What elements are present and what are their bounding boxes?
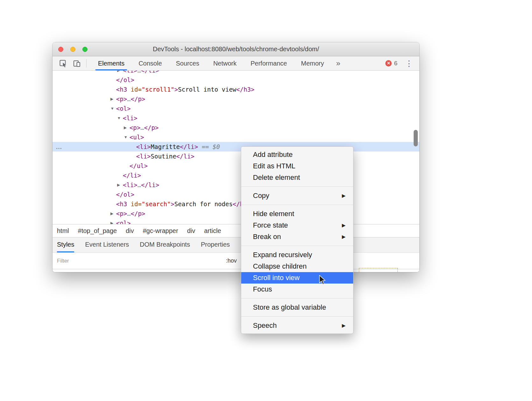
- context-menu: Add attributeEdit as HTMLDelete elementC…: [241, 146, 354, 334]
- expand-arrow-icon[interactable]: ▶: [117, 71, 120, 75]
- token-dm: …: [127, 95, 130, 102]
- tree-node-row[interactable]: </ul>: [52, 161, 419, 171]
- token-tg: <li>: [123, 115, 137, 122]
- breadcrumb: html#top_of_pagediv#gc-wrapperdivarticle: [52, 224, 419, 237]
- expand-arrow-icon[interactable]: ▶: [110, 209, 113, 218]
- menu-item-focus[interactable]: Focus: [241, 284, 353, 295]
- menu-item-label: Edit as HTML: [253, 162, 295, 170]
- sidebar-tab-event-listeners[interactable]: Event Listeners: [85, 237, 129, 252]
- tree-node-row[interactable]: ▶<ol>: [52, 218, 419, 224]
- sidebar-tab-styles[interactable]: Styles: [57, 237, 74, 252]
- node-markup: <p>…</p>: [130, 123, 159, 132]
- tree-node-row[interactable]: ▼<li>: [52, 113, 419, 123]
- expand-arrow-icon[interactable]: ▶: [124, 123, 127, 132]
- breadcrumb-item-article[interactable]: article: [200, 227, 225, 235]
- tree-node-row[interactable]: ▶<p>…</p>: [52, 209, 419, 218]
- tree-node-row[interactable]: ▶<p>…</p>: [52, 94, 419, 104]
- menu-item-delete-element[interactable]: Delete element: [241, 172, 353, 183]
- collapse-arrow-icon[interactable]: ▼: [117, 113, 121, 123]
- menu-item-label: Collapse children: [253, 262, 307, 271]
- device-toolbar-icon[interactable]: [73, 59, 81, 68]
- menu-item-store-as-global-variable[interactable]: Store as global variable: [241, 302, 353, 313]
- menu-separator: [241, 298, 353, 299]
- submenu-arrow-icon: ▶: [342, 193, 346, 199]
- breadcrumb-item-div[interactable]: div: [121, 227, 138, 235]
- tree-node-row[interactable]: <h3 id="scroll1">Scroll into view</h3>: [52, 85, 419, 94]
- menu-item-add-attribute[interactable]: Add attribute: [241, 149, 353, 160]
- menu-item-label: Scroll into view: [253, 274, 300, 282]
- scrollbar-thumb[interactable]: [414, 130, 418, 146]
- tree-node-row[interactable]: <h3 id="search">Search for nodes</h3>: [52, 199, 419, 209]
- title-bar[interactable]: DevTools - localhost:8080/web/tools/chro…: [52, 42, 419, 56]
- sidebar-tab-properties[interactable]: Properties: [201, 237, 230, 252]
- token-dm: …: [137, 181, 141, 188]
- styles-filter-input[interactable]: [52, 258, 226, 264]
- collapse-arrow-icon[interactable]: ▼: [110, 104, 114, 113]
- node-markup: <ol>: [116, 104, 131, 113]
- tab-elements[interactable]: Elements: [91, 56, 131, 70]
- breadcrumb-item-gcwrapper[interactable]: #gc-wrapper: [138, 227, 183, 235]
- menu-item-label: Expand recursively: [253, 251, 312, 259]
- token-tg: </li>: [141, 181, 159, 188]
- node-markup: </ol>: [116, 75, 134, 85]
- menu-item-collapse-children[interactable]: Collapse children: [241, 261, 353, 272]
- tree-node-row[interactable]: ▶<li>…</li>: [52, 71, 419, 75]
- zoom-window-button[interactable]: [82, 47, 88, 52]
- tab-memory[interactable]: Memory: [294, 56, 331, 70]
- inspect-element-icon[interactable]: [59, 59, 67, 68]
- tree-node-row[interactable]: ▶<p>…</p>: [52, 123, 419, 132]
- collapse-arrow-icon[interactable]: ▼: [124, 132, 128, 142]
- expand-arrow-icon[interactable]: ▶: [117, 180, 120, 190]
- token-tx: Soutine: [151, 153, 176, 160]
- kebab-menu-icon[interactable]: ⋮: [404, 59, 414, 68]
- tree-node-row[interactable]: ▼<ul>: [52, 132, 419, 142]
- tree-node-row[interactable]: …<li>Magritte</li> == $0: [52, 142, 419, 151]
- expand-arrow-icon[interactable]: ▶: [110, 94, 113, 104]
- tab-console[interactable]: Console: [131, 56, 169, 70]
- token-tg: </ol>: [116, 76, 134, 83]
- error-badge[interactable]: ✕ 6: [385, 60, 397, 67]
- more-tabs-button[interactable]: »: [331, 59, 345, 68]
- menu-item-edit-as-html[interactable]: Edit as HTML: [241, 160, 353, 172]
- node-markup: <li>…</li>: [123, 180, 159, 190]
- token-at: id=: [131, 86, 142, 93]
- menu-item-expand-recursively[interactable]: Expand recursively: [241, 249, 353, 261]
- close-window-button[interactable]: [58, 47, 63, 52]
- menu-separator: [241, 186, 353, 187]
- token-tg: </h3>: [236, 86, 255, 93]
- tree-node-row[interactable]: ▼<ol>: [52, 104, 419, 113]
- menu-item-label: Hide element: [253, 210, 294, 218]
- node-markup: <h3 id="search">Search for nodes</h3>: [116, 199, 251, 209]
- tab-performance[interactable]: Performance: [244, 56, 294, 70]
- tree-node-row[interactable]: </ol>: [52, 190, 419, 199]
- token-at: id=: [131, 200, 142, 208]
- breadcrumb-item-top_of_page[interactable]: #top_of_page: [74, 227, 121, 235]
- menu-item-scroll-into-view[interactable]: Scroll into view: [241, 272, 353, 284]
- menu-item-copy[interactable]: Copy▶: [241, 190, 353, 201]
- tree-node-row[interactable]: <li>Soutine</li>: [52, 151, 419, 161]
- tree-lines-container: ▶<li>…</li></ol><h3 id="scroll1">Scroll …: [52, 71, 419, 224]
- breadcrumb-item-div[interactable]: div: [183, 227, 200, 235]
- menu-item-force-state[interactable]: Force state▶: [241, 220, 353, 231]
- toggle-element-state-button[interactable]: :hov: [226, 257, 237, 264]
- tree-node-row[interactable]: ▶<li>…</li>: [52, 180, 419, 190]
- toolbar-tabs: ElementsConsoleSourcesNetworkPerformance…: [91, 56, 331, 70]
- expand-arrow-icon[interactable]: ▶: [110, 218, 113, 224]
- menu-item-hide-element[interactable]: Hide element: [241, 208, 353, 220]
- sidebar-tab-dom-breakpoints[interactable]: DOM Breakpoints: [140, 237, 190, 252]
- row-ellipsis-marker[interactable]: …: [56, 142, 62, 151]
- tree-node-row[interactable]: </li>: [52, 171, 419, 180]
- submenu-arrow-icon: ▶: [342, 222, 346, 228]
- token-tg: </p>: [131, 95, 145, 102]
- minimize-window-button[interactable]: [70, 47, 75, 52]
- menu-item-break-on[interactable]: Break on▶: [241, 231, 353, 243]
- tab-sources[interactable]: Sources: [169, 56, 206, 70]
- menu-item-speech[interactable]: Speech▶: [241, 320, 353, 331]
- token-tg: <li>: [136, 143, 151, 150]
- tab-network[interactable]: Network: [206, 56, 243, 70]
- node-markup: </ul>: [130, 161, 148, 171]
- breadcrumb-item-html[interactable]: html: [52, 227, 74, 235]
- token-tg: </p>: [144, 124, 159, 131]
- tree-node-row[interactable]: </ol>: [52, 75, 419, 85]
- token-tg: <li>: [123, 181, 137, 188]
